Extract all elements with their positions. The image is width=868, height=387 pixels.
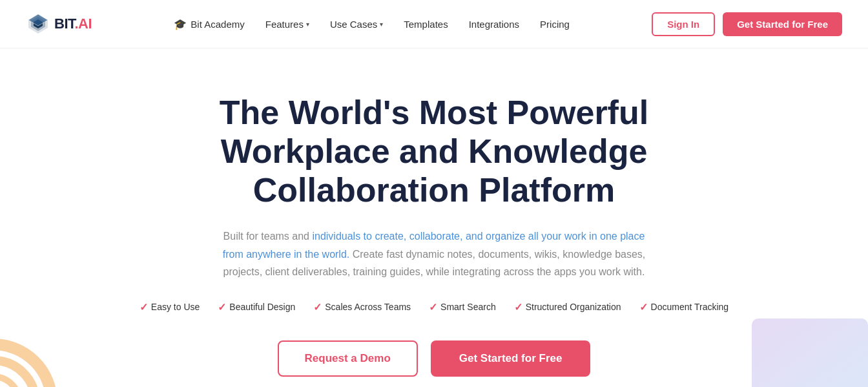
svg-rect-8 bbox=[752, 319, 868, 387]
navbar: BIT.AI 🎓 Bit Academy Features ▾ Use Case… bbox=[0, 0, 868, 48]
feature-tag-tracking: ✓ Document Tracking bbox=[639, 301, 729, 313]
check-icon: ✓ bbox=[429, 301, 437, 313]
get-started-hero-button[interactable]: Get Started for Free bbox=[431, 340, 591, 377]
hero-title: The World's Most Powerful Workplace and … bbox=[176, 94, 692, 209]
chevron-down-icon: ▾ bbox=[380, 21, 383, 28]
nav-item-features[interactable]: Features ▾ bbox=[265, 19, 309, 30]
nav-actions: Sign In Get Started for Free bbox=[652, 12, 842, 36]
nav-links: 🎓 Bit Academy Features ▾ Use Cases ▾ Tem… bbox=[174, 18, 570, 30]
feature-tag-org: ✓ Structured Organization bbox=[514, 301, 621, 313]
nav-item-academy[interactable]: 🎓 Bit Academy bbox=[174, 18, 244, 30]
nav-item-templates[interactable]: Templates bbox=[404, 19, 448, 30]
nav-item-pricing[interactable]: Pricing bbox=[540, 19, 570, 30]
hero-buttons: Request a Demo Get Started for Free bbox=[278, 340, 591, 377]
svg-point-5 bbox=[0, 344, 52, 387]
svg-point-7 bbox=[0, 377, 19, 387]
hero-section: The World's Most Powerful Workplace and … bbox=[0, 48, 868, 387]
nav-item-integrations[interactable]: Integrations bbox=[469, 19, 519, 30]
hero-subtitle: Built for teams and individuals to creat… bbox=[214, 227, 654, 280]
feature-tag-search: ✓ Smart Search bbox=[429, 301, 496, 313]
check-icon: ✓ bbox=[639, 301, 648, 313]
get-started-nav-button[interactable]: Get Started for Free bbox=[723, 12, 842, 36]
logo-text: BIT.AI bbox=[54, 16, 92, 32]
check-icon: ✓ bbox=[514, 301, 522, 313]
logo[interactable]: BIT.AI bbox=[26, 12, 92, 36]
feature-tag-design: ✓ Beautiful Design bbox=[218, 301, 295, 313]
academy-icon: 🎓 bbox=[174, 18, 187, 30]
check-icon: ✓ bbox=[218, 301, 226, 313]
svg-point-6 bbox=[0, 361, 36, 387]
feature-tag-easy: ✓ Easy to Use bbox=[140, 301, 200, 313]
bg-decoration-right bbox=[739, 319, 868, 387]
bg-decoration-left bbox=[0, 319, 103, 387]
nav-item-usecases[interactable]: Use Cases ▾ bbox=[330, 19, 383, 30]
check-icon: ✓ bbox=[140, 301, 148, 313]
logo-icon bbox=[26, 12, 50, 36]
feature-tags: ✓ Easy to Use ✓ Beautiful Design ✓ Scale… bbox=[140, 301, 728, 313]
signin-button[interactable]: Sign In bbox=[652, 12, 715, 36]
chevron-down-icon: ▾ bbox=[306, 21, 309, 28]
feature-tag-scales: ✓ Scales Across Teams bbox=[313, 301, 411, 313]
request-demo-button[interactable]: Request a Demo bbox=[278, 340, 418, 377]
check-icon: ✓ bbox=[313, 301, 322, 313]
